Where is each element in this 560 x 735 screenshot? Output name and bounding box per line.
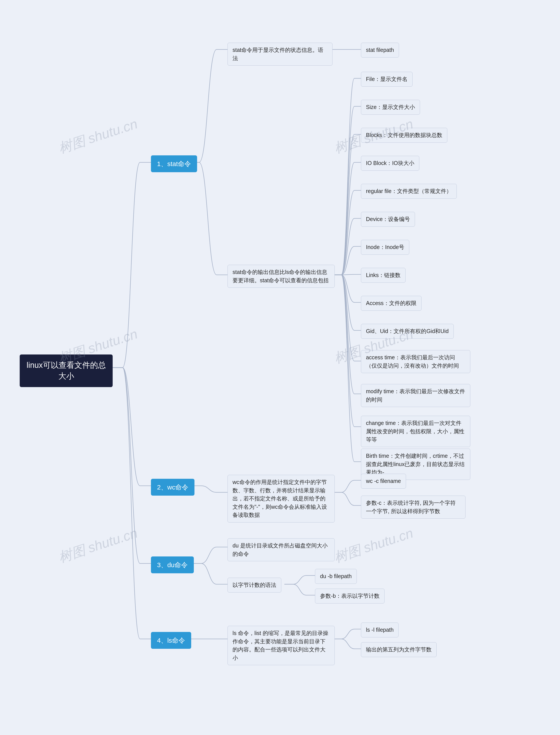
stat-field-inode[interactable]: Inode：Inode号 xyxy=(361,240,409,255)
branch-du[interactable]: 3、du命令 xyxy=(151,557,194,573)
branch-wc[interactable]: 2、wc命令 xyxy=(151,479,194,496)
ls-cmd[interactable]: ls -l filepath xyxy=(361,623,399,637)
stat-detail-desc[interactable]: stat命令的输出信息比ls命令的输出信息要更详细。stat命令可以查看的信息包… xyxy=(227,265,335,288)
stat-field-atime[interactable]: access time：表示我们最后一次访问（仅仅是访问，没有改动）文件的时间 xyxy=(361,350,470,373)
ls-note[interactable]: 输出的第五列为文件字节数 xyxy=(361,642,437,657)
watermark: 树图 shutu.cn xyxy=(56,115,140,157)
stat-field-device[interactable]: Device：设备编号 xyxy=(361,212,415,227)
branch-ls[interactable]: 4、ls命令 xyxy=(151,632,191,649)
stat-field-mtime[interactable]: modify time：表示我们最后一次修改文件的时间 xyxy=(361,384,470,407)
stat-field-ioblock[interactable]: IO Block：IO块大小 xyxy=(361,156,419,171)
stat-field-links[interactable]: Links：链接数 xyxy=(361,268,406,283)
watermark: 树图 shutu.cn xyxy=(56,524,140,567)
wc-param[interactable]: 参数-c：表示统计字符, 因为一个字符一个字节, 所以这样得到字节数 xyxy=(361,496,465,519)
stat-field-giduid[interactable]: Gid、Uid：文件所有权的Gid和Uid xyxy=(361,324,454,339)
stat-syntax-desc[interactable]: stat命令用于显示文件的状态信息。语法 xyxy=(227,43,333,66)
stat-field-regular[interactable]: regular file：文件类型（常规文件） xyxy=(361,184,457,199)
du-desc[interactable]: du 是统计目录或文件所占磁盘空间大小的命令 xyxy=(227,538,335,561)
watermark: 树图 shutu.cn xyxy=(332,524,415,567)
stat-syntax-cmd[interactable]: stat filepath xyxy=(361,43,399,58)
stat-field-access[interactable]: Access：文件的权限 xyxy=(361,296,422,311)
du-syntax-label[interactable]: 以字节计数的语法 xyxy=(227,578,281,593)
stat-field-blocks[interactable]: Blocks：文件使用的数据块总数 xyxy=(361,128,447,143)
wc-cmd[interactable]: wc -c filename xyxy=(361,474,406,489)
du-cmd[interactable]: du -b filepath xyxy=(315,569,357,584)
wc-desc[interactable]: wc命令的作用是统计指定文件中的字节数、字数、行数，并将统计结果显示输出，若不指… xyxy=(227,475,335,523)
stat-field-file[interactable]: File：显示文件名 xyxy=(361,72,413,87)
stat-field-size[interactable]: Size：显示文件大小 xyxy=(361,100,420,115)
du-param[interactable]: 参数-b：表示以字节计数 xyxy=(315,589,385,604)
stat-field-ctime[interactable]: change time：表示我们最后一次对文件属性改变的时间，包括权限，大小，属… xyxy=(361,416,470,447)
root-node[interactable]: linux可以查看文件的总大小 xyxy=(20,354,113,387)
ls-desc[interactable]: ls 命令，list 的缩写，是最常见的目录操作命令，其主要功能是显示当前目录下… xyxy=(227,626,335,665)
branch-stat[interactable]: 1、stat命令 xyxy=(151,155,197,172)
